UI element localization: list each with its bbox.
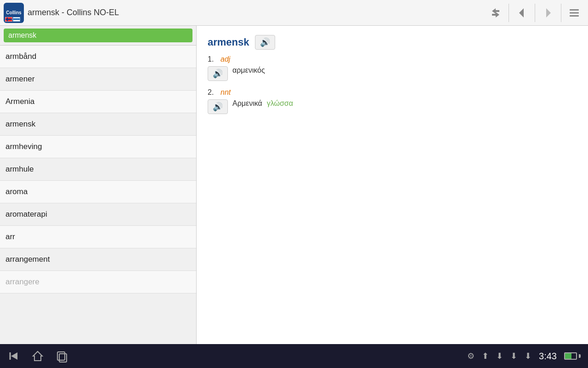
back-system-button[interactable]: [7, 350, 20, 362]
app-icon-label: Collins: [6, 10, 21, 15]
back-system-icon: [7, 350, 20, 362]
recents-system-icon: [55, 350, 68, 362]
nav-buttons: [486, 3, 584, 23]
sense-1-header: 1. adj: [208, 55, 577, 63]
forward-button[interactable]: [538, 3, 558, 23]
top-bar: Collins armensk - Collins NO-EL: [0, 0, 588, 26]
app-icon: Collins: [4, 3, 24, 23]
list-item[interactable]: armheving: [0, 136, 196, 158]
list-item[interactable]: arrangement: [0, 248, 196, 271]
list-item[interactable]: aromaterapi: [0, 203, 196, 226]
sense-1-pos: adj: [220, 55, 230, 63]
menu-button[interactable]: [564, 3, 584, 23]
word-list: armbånd armener Armenia armensk armhevin…: [0, 46, 196, 344]
switch-button[interactable]: [486, 3, 506, 23]
time-display: 3:43: [539, 351, 557, 362]
settings-icon: ⚙: [467, 351, 475, 361]
main-content: armbånd armener Armenia armensk armhevin…: [0, 26, 588, 344]
back-icon: [515, 6, 528, 19]
sense-2-row: 🔊 Αρμενικά γλώσσα: [208, 99, 577, 114]
svg-rect-4: [570, 15, 579, 17]
upload-icon: ⬆: [482, 351, 489, 361]
back-button[interactable]: [512, 3, 532, 23]
sense-2-header: 2. nnt: [208, 88, 577, 97]
sense-1-translation: αρμενικός: [232, 66, 265, 75]
status-bar: ⚙ ⬆ ⬇ ⬇ ⬇ 3:43: [0, 344, 588, 368]
sense-2-translation-link[interactable]: γλώσσα: [267, 99, 293, 108]
home-system-icon: [31, 350, 44, 362]
entry-header: armensk 🔊: [208, 35, 577, 50]
download2-icon: ⬇: [510, 351, 517, 361]
word-list-panel: armbånd armener Armenia armensk armhevin…: [0, 26, 197, 344]
battery-tip: [579, 354, 581, 358]
speaker-icon: 🔊: [260, 37, 270, 47]
sense-1-number: 1.: [208, 55, 217, 63]
svg-marker-5: [11, 352, 17, 360]
battery-indicator: [564, 352, 581, 360]
speaker-icon-2: 🔊: [213, 69, 223, 79]
search-input[interactable]: [4, 29, 192, 42]
list-item[interactable]: Armenia: [0, 91, 196, 113]
nav-divider-3: [561, 4, 561, 22]
svg-rect-3: [570, 12, 579, 13]
definition-panel: armensk 🔊 1. adj 🔊 αρμενικός 2. nnt: [197, 26, 588, 344]
forward-icon: [542, 6, 554, 19]
svg-marker-0: [519, 8, 524, 17]
nav-divider-1: [509, 4, 509, 22]
list-item[interactable]: aroma: [0, 181, 196, 203]
status-left: [7, 350, 68, 362]
sense-2-pos: nnt: [220, 88, 231, 97]
list-item[interactable]: armhule: [0, 158, 196, 181]
list-item[interactable]: arrangere: [0, 271, 196, 293]
sense-2-number: 2.: [208, 88, 217, 97]
battery-fill: [565, 353, 571, 359]
list-item[interactable]: armensk: [0, 113, 196, 136]
svg-rect-2: [570, 9, 579, 11]
switch-icon: [489, 6, 502, 19]
entry-headword: armensk: [208, 36, 249, 48]
sound-button-headword[interactable]: 🔊: [255, 35, 275, 50]
svg-marker-1: [546, 8, 551, 17]
sound-button-sense2[interactable]: 🔊: [208, 99, 228, 114]
nav-divider-2: [535, 4, 535, 22]
recents-system-button[interactable]: [55, 350, 68, 362]
download3-icon: ⬇: [525, 351, 531, 361]
search-bar: [0, 26, 196, 46]
download-icon: ⬇: [496, 351, 503, 361]
battery-body: [564, 352, 577, 360]
list-item[interactable]: armbånd: [0, 46, 196, 68]
menu-icon: [568, 6, 581, 19]
status-right: ⚙ ⬆ ⬇ ⬇ ⬇ 3:43: [467, 351, 581, 362]
sense-2-translation-plain: Αρμενικά: [232, 99, 262, 108]
home-system-button[interactable]: [31, 350, 44, 362]
list-item[interactable]: arr: [0, 226, 196, 248]
list-item[interactable]: armener: [0, 68, 196, 91]
sense-2-block: 2. nnt 🔊 Αρμενικά γλώσσα: [208, 88, 577, 114]
svg-rect-9: [59, 354, 67, 362]
sense-1-row: 🔊 αρμενικός: [208, 66, 577, 81]
sound-button-sense1[interactable]: 🔊: [208, 66, 228, 81]
svg-rect-8: [57, 352, 65, 360]
sense-1-block: 1. adj 🔊 αρμενικός: [208, 55, 577, 81]
svg-marker-7: [33, 351, 42, 361]
app-title: armensk - Collins NO-EL: [28, 8, 482, 17]
speaker-icon-3: 🔊: [213, 102, 223, 112]
